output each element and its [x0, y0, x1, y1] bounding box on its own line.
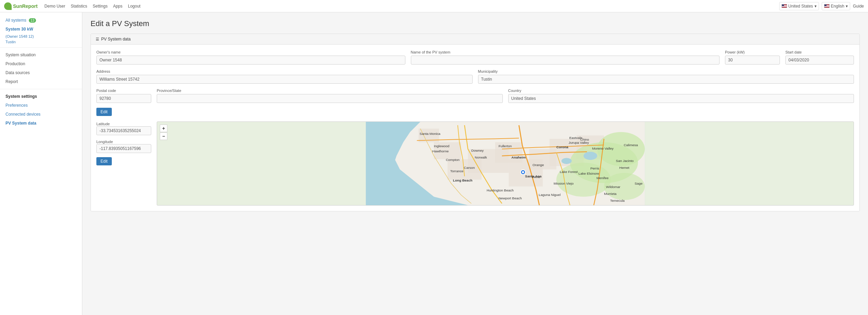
municipality-input[interactable] — [478, 75, 854, 84]
logo-text: SunReport — [13, 3, 38, 9]
svg-text:Newport Beach: Newport Beach — [499, 196, 522, 200]
svg-text:Moreno Valley: Moreno Valley — [592, 147, 614, 150]
postal-code-label: Postal code — [96, 89, 151, 93]
longitude-input[interactable] — [96, 144, 151, 153]
svg-text:Long Beach: Long Beach — [453, 178, 473, 182]
svg-text:Orange: Orange — [533, 163, 544, 167]
municipality-label: Municipality — [478, 69, 854, 73]
start-date-input[interactable] — [785, 56, 854, 65]
form-row-1: Owner's name Name of the PV system Power… — [96, 50, 854, 65]
svg-text:Mission Viejo: Mission Viejo — [554, 182, 574, 185]
zoom-in-button[interactable]: + — [160, 125, 167, 132]
address-label: Address — [96, 69, 473, 73]
edit-button-1-wrapper: Edit — [96, 108, 854, 116]
country-input[interactable] — [508, 94, 854, 103]
country-dropdown-icon: ▾ — [815, 4, 817, 9]
sidebar-item-production[interactable]: Production — [0, 59, 82, 68]
nav-menu: Demo User Statistics Settings Apps Logou… — [45, 4, 779, 9]
page-title: Edit a PV System — [91, 19, 860, 28]
lang-flag-icon — [824, 4, 830, 8]
svg-text:Norwalk: Norwalk — [475, 155, 487, 159]
province-label: Province/State — [157, 89, 503, 93]
svg-text:Santa Ana: Santa Ana — [525, 174, 542, 178]
svg-text:Wildomar: Wildomar — [606, 185, 621, 189]
map-controls: + − — [160, 125, 167, 140]
edit-button-2[interactable]: Edit — [96, 157, 112, 165]
svg-text:Sage: Sage — [634, 182, 643, 185]
svg-text:Huntington Beach: Huntington Beach — [487, 188, 514, 192]
owner-name-label: Owner's name — [96, 50, 405, 54]
sidebar-all-systems[interactable]: All systems 13 — [0, 16, 82, 25]
owner-name-input[interactable] — [96, 56, 405, 65]
address-input[interactable] — [96, 75, 473, 84]
sidebar-item-data-sources[interactable]: Data sources — [0, 68, 82, 77]
postal-code-input[interactable] — [96, 94, 151, 103]
svg-text:Calimesa: Calimesa — [624, 143, 638, 147]
sidebar-system-name[interactable]: System 30 kW — [0, 25, 82, 34]
edit-button-1[interactable]: Edit — [96, 108, 112, 116]
nav-demo-user[interactable]: Demo User — [45, 4, 66, 9]
sidebar-item-report[interactable]: Report — [0, 77, 82, 86]
form-row-3: Postal code Province/State Country — [96, 89, 854, 103]
brand-logo[interactable]: SunReport — [4, 2, 38, 10]
map-container[interactable]: + − — [157, 121, 854, 206]
svg-text:Downey: Downey — [471, 149, 484, 152]
power-group: Power (kW) — [725, 50, 780, 65]
postal-code-group: Postal code — [96, 89, 151, 103]
longitude-label: Longitude — [96, 140, 113, 144]
svg-text:Murrieta: Murrieta — [604, 192, 617, 196]
us-flag-icon — [782, 4, 787, 8]
latitude-input[interactable] — [96, 126, 151, 135]
navbar: SunReport Demo User Statistics Settings … — [0, 0, 868, 12]
svg-point-52 — [522, 171, 524, 173]
nav-apps[interactable]: Apps — [113, 4, 122, 9]
svg-text:Santa Monica: Santa Monica — [420, 132, 441, 136]
svg-point-15 — [584, 152, 597, 160]
sidebar-divider-2 — [0, 89, 82, 89]
zoom-out-button[interactable]: − — [160, 132, 167, 140]
nav-settings[interactable]: Settings — [93, 4, 107, 9]
svg-text:Anaheim: Anaheim — [511, 155, 526, 159]
location-inputs: Latitude Longitude Edit — [96, 121, 151, 165]
country-selector[interactable]: United States ▾ — [779, 2, 819, 10]
province-group: Province/State — [157, 89, 503, 103]
nav-logout[interactable]: Logout — [128, 4, 141, 9]
latitude-label: Latitude — [96, 122, 110, 126]
owner-name-group: Owner's name — [96, 50, 405, 65]
pv-name-label: Name of the PV system — [411, 50, 720, 54]
sidebar-item-pv-system-data[interactable]: PV System data — [0, 119, 82, 128]
power-input[interactable] — [725, 56, 780, 65]
sidebar-system-sub: (Owner 1548 12) — [0, 34, 82, 39]
svg-text:Laguna Niguel: Laguna Niguel — [539, 193, 561, 197]
pv-name-group: Name of the PV system — [411, 50, 720, 65]
svg-text:Fullerton: Fullerton — [499, 144, 512, 148]
svg-text:San Jacinto: San Jacinto — [616, 159, 634, 163]
language-selector[interactable]: English ▾ — [822, 2, 850, 10]
sidebar-item-connected-devices[interactable]: Connected devices — [0, 110, 82, 119]
country-group: Country — [508, 89, 854, 103]
panel-body: Owner's name Name of the PV system Power… — [91, 45, 859, 211]
panel-heading: ☰ PV System data — [91, 34, 859, 45]
language-label: English — [831, 4, 844, 9]
guide-link[interactable]: Guide — [853, 4, 864, 9]
layout: All systems 13 System 30 kW (Owner 1548 … — [0, 12, 868, 315]
latitude-group: Latitude — [96, 121, 151, 135]
svg-text:Hawthorne: Hawthorne — [432, 149, 449, 153]
language-dropdown-icon: ▾ — [846, 4, 848, 9]
province-input[interactable] — [157, 94, 503, 103]
country-label: Country — [508, 89, 854, 93]
main-content: Edit a PV System ☰ PV System data Owner'… — [82, 12, 868, 315]
municipality-group: Municipality — [478, 69, 854, 84]
pv-system-panel: ☰ PV System data Owner's name Name of th… — [91, 34, 860, 211]
country-label: United States — [788, 4, 813, 9]
svg-text:Perris: Perris — [590, 166, 599, 170]
svg-text:Jurupa Valley: Jurupa Valley — [569, 141, 589, 144]
pv-name-input[interactable] — [411, 56, 720, 65]
map-svg: Santa Monica Inglewood Hawthorne Compton… — [157, 122, 854, 205]
nav-statistics[interactable]: Statistics — [71, 4, 87, 9]
sidebar-item-preferences[interactable]: Preferences — [0, 101, 82, 110]
svg-text:Torrance: Torrance — [450, 169, 464, 173]
sidebar-item-system-situation[interactable]: System situation — [0, 50, 82, 59]
svg-point-16 — [561, 158, 572, 164]
sidebar-divider-1 — [0, 47, 82, 48]
